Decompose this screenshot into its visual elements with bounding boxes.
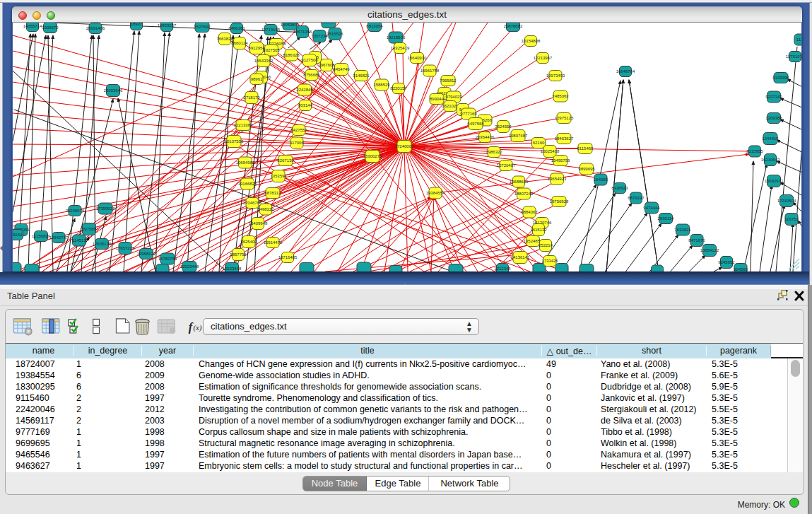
svg-text:8454749: 8454749	[333, 67, 350, 71]
svg-text:20691406: 20691406	[86, 26, 105, 30]
svg-text:10107553: 10107553	[225, 139, 244, 144]
svg-text:19384554: 19384554	[426, 191, 445, 195]
svg-text:17046786: 17046786	[243, 201, 262, 205]
svg-text:8220157: 8220157	[390, 86, 407, 90]
svg-text:1905572: 1905572	[42, 25, 59, 30]
svg-text:11156829: 11156829	[32, 234, 50, 238]
svg-text:17240007: 17240007	[395, 144, 414, 148]
svg-text:12213967: 12213967	[534, 56, 553, 60]
svg-text:13325419: 13325419	[391, 46, 410, 50]
svg-text:1353594: 1353594	[270, 174, 287, 178]
svg-text:8756685: 8756685	[303, 73, 320, 77]
svg-text:7485063: 7485063	[552, 94, 569, 98]
svg-text:18463627: 18463627	[555, 136, 574, 141]
svg-text:17010504: 17010504	[777, 199, 796, 203]
svg-text:9115460: 9115460	[577, 146, 594, 151]
svg-text:1615132: 1615132	[530, 228, 547, 232]
svg-text:10853257: 10853257	[158, 23, 177, 28]
svg-text:16053809: 16053809	[281, 23, 300, 27]
svg-text:1733426: 1733426	[541, 259, 558, 263]
svg-text:10719155: 10719155	[261, 28, 281, 32]
svg-text:12505135: 12505135	[93, 242, 112, 246]
svg-text:1212345: 1212345	[494, 267, 511, 271]
svg-text:12213383: 12213383	[234, 123, 253, 127]
svg-text:8215955: 8215955	[746, 149, 763, 153]
svg-text:7632621: 7632621	[674, 228, 691, 232]
svg-text:10688609: 10688609	[510, 180, 529, 184]
svg-text:7515526: 7515526	[326, 32, 343, 36]
svg-text:9146821: 9146821	[353, 74, 370, 78]
svg-text:98961: 98961	[251, 77, 263, 81]
svg-text:10807487: 10807487	[509, 134, 528, 138]
svg-text:15692971: 15692971	[765, 179, 784, 183]
svg-text:8813054: 8813054	[366, 24, 383, 28]
svg-text:9777169: 9777169	[460, 112, 477, 116]
svg-text:20878682: 20878682	[504, 24, 523, 28]
svg-text:9884067: 9884067	[521, 210, 538, 214]
svg-text:20053346: 20053346	[104, 88, 123, 93]
svg-text:117006: 117006	[290, 141, 304, 145]
svg-text:8186328: 8186328	[283, 53, 300, 57]
svg-text:16543362: 16543362	[254, 59, 273, 63]
svg-text:9327505: 9327505	[263, 48, 280, 52]
svg-text:8471676: 8471676	[688, 238, 705, 243]
svg-text:9794023: 9794023	[445, 95, 462, 99]
svg-text:19166825: 19166825	[238, 182, 257, 186]
svg-text:15751074: 15751074	[786, 54, 801, 59]
svg-text:5878312: 5878312	[264, 191, 281, 195]
svg-text:(x): (x)	[193, 322, 201, 332]
svg-text:15495759: 15495759	[551, 158, 570, 163]
svg-text:14055714: 14055714	[23, 24, 42, 28]
svg-text:1621025: 1621025	[442, 104, 459, 108]
svg-text:2935114: 2935114	[658, 216, 675, 221]
svg-text:16640910: 16640910	[408, 56, 427, 60]
svg-text:9474444: 9474444	[643, 206, 660, 210]
svg-text:62160: 62160	[533, 141, 545, 145]
svg-text:7955812: 7955812	[440, 78, 457, 83]
svg-text:803144: 803144	[298, 103, 313, 107]
svg-text:9857791: 9857791	[230, 252, 247, 257]
svg-text:5498222: 5498222	[257, 207, 274, 211]
svg-text:899044: 899044	[430, 97, 445, 101]
svg-text:15300273: 15300273	[363, 154, 382, 158]
svg-text:7625402: 7625402	[240, 240, 257, 244]
svg-text:7986322: 7986322	[486, 150, 502, 154]
svg-text:10025438: 10025438	[541, 149, 560, 153]
svg-text:12923448: 12923448	[180, 264, 199, 269]
svg-text:9245652: 9245652	[718, 260, 735, 264]
svg-text:1588529: 1588529	[373, 83, 390, 87]
svg-text:9899695: 9899695	[578, 167, 595, 171]
svg-text:10975887: 10975887	[80, 227, 99, 231]
svg-text:19756928: 19756928	[550, 199, 569, 204]
svg-text:14136141: 14136141	[511, 255, 530, 259]
svg-text:252214: 252214	[539, 243, 553, 247]
svg-text:6879197: 6879197	[628, 196, 645, 200]
svg-text:16961758: 16961758	[420, 69, 440, 73]
svg-text:15720407: 15720407	[497, 163, 516, 168]
svg-text:16782759: 16782759	[158, 257, 177, 261]
svg-text:13716485: 13716485	[278, 255, 298, 259]
svg-text:16648764: 16648764	[616, 69, 635, 74]
svg-text:1527602: 1527602	[194, 25, 211, 29]
svg-text:12975125: 12975125	[555, 116, 574, 120]
svg-text:8660124: 8660124	[231, 41, 248, 45]
svg-text:8813054: 8813054	[320, 23, 337, 24]
svg-text:10671355: 10671355	[293, 30, 312, 34]
svg-text:16210643: 16210643	[761, 158, 780, 162]
svg-text:18807249: 18807249	[514, 192, 534, 196]
svg-text:20364436: 20364436	[476, 135, 495, 139]
svg-text:7357234: 7357234	[311, 34, 328, 38]
svg-text:116753: 116753	[784, 217, 799, 221]
svg-text:10958127: 10958127	[137, 252, 156, 256]
svg-text:9127508: 9127508	[301, 58, 318, 62]
svg-text:12923448: 12923448	[223, 267, 242, 271]
svg-text:8938923: 8938923	[611, 186, 628, 190]
svg-text:2242845: 2242845	[296, 88, 313, 92]
svg-text:39154: 39154	[13, 233, 23, 237]
svg-text:114513: 114513	[72, 238, 86, 243]
svg-text:9427552: 9427552	[290, 128, 307, 132]
svg-text:17359928: 17359928	[96, 206, 115, 211]
svg-text:17957225: 17957225	[116, 246, 135, 250]
svg-text:16409948: 16409948	[249, 221, 268, 226]
svg-text:10154808: 10154808	[522, 39, 541, 43]
